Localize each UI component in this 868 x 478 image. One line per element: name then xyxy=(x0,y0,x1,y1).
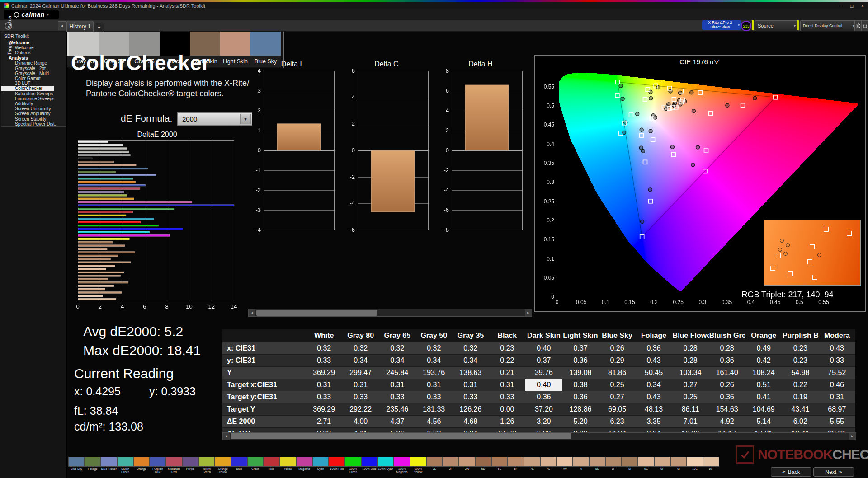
strip-patch-orange[interactable]: Orange xyxy=(133,457,150,473)
sidebar-item-color-gamut[interactable]: Color Gamut xyxy=(1,76,66,81)
next-button[interactable]: Next » xyxy=(813,467,854,477)
strip-patch-foliage[interactable]: Foliage xyxy=(85,457,101,473)
strip-patch-5d[interactable]: 5D xyxy=(475,457,491,473)
strip-patch-color xyxy=(345,457,361,467)
strip-patch-cyan[interactable]: Cyan xyxy=(312,457,329,473)
sidebar-item-additivity[interactable]: Additivity xyxy=(1,101,66,106)
sidebar-collapse-button[interactable]: ◄ xyxy=(58,21,66,30)
sidebar-item-grayscale-2pt[interactable]: Grayscale - 2pt xyxy=(1,66,66,71)
strip-patch-9f[interactable]: 9F xyxy=(654,457,670,473)
table-scroll-track[interactable] xyxy=(230,433,849,440)
strip-patch-green[interactable]: Green xyxy=(247,457,264,473)
strip-patch-orange-yellow[interactable]: Orange Yellow xyxy=(215,457,231,473)
strip-patch-5f[interactable]: 5F xyxy=(508,457,524,473)
sidebar-item-3d-lut[interactable]: 3D LUT xyxy=(1,81,66,86)
de-formula-dropdown[interactable]: 2000 ▼ xyxy=(177,112,252,126)
table-scrollbar[interactable]: ◄ ► xyxy=(222,432,856,440)
swatch-scroll-thumb[interactable] xyxy=(256,310,377,316)
strip-patch-100-red[interactable]: 100% Red xyxy=(329,457,345,473)
strip-patch-label: 100% Magenta xyxy=(394,467,410,473)
strip-patch-label: 8F xyxy=(605,467,622,470)
strip-patch-color xyxy=(410,457,426,467)
row-label: Target x:CIE31 xyxy=(222,379,306,391)
swatch-scroll-track[interactable] xyxy=(255,309,525,316)
sidebar-item-screen-uniformity[interactable]: Screen Uniformity xyxy=(1,106,66,111)
sidebar-item-luminance-sweeps[interactable]: Luminance Sweeps xyxy=(1,96,66,101)
sidebar-item-colorchecker[interactable]: ColorChecker xyxy=(1,86,54,91)
sidebar-item-screen-angularity[interactable]: Screen Angularity xyxy=(1,111,66,116)
tab-history-1[interactable]: History 1 xyxy=(66,21,94,32)
inset-measured-marker xyxy=(780,239,784,243)
table-cell: 4.56 xyxy=(415,416,452,428)
table-cell: 50.45 xyxy=(636,367,672,379)
strip-patch-7e[interactable]: 7E xyxy=(524,457,540,473)
sidebar-item-spectral-power-dist[interactable]: Spectral Power Dist. xyxy=(1,122,66,127)
strip-patch-yellow[interactable]: Yellow xyxy=(280,457,296,473)
strip-patch-10f[interactable]: 10F xyxy=(703,457,719,473)
display-control-dropdown[interactable]: Direct Display Control ▼ xyxy=(800,20,858,31)
close-button[interactable]: × xyxy=(857,3,868,9)
strip-patch-blue[interactable]: Blue xyxy=(231,457,247,473)
strip-patch-blue-sky[interactable]: Blue Sky xyxy=(68,457,85,473)
strip-patch-5e[interactable]: 5E xyxy=(491,457,508,473)
cdm2-readout: cd/m²: 133.08 xyxy=(74,420,143,433)
maximize-button[interactable]: □ xyxy=(846,3,857,9)
title-bar: Calman 2024 Calman Ultimate for Business… xyxy=(0,2,868,9)
strip-patch-2f[interactable]: 2F xyxy=(443,457,459,473)
strip-patch-color xyxy=(117,457,133,467)
settings-button[interactable] xyxy=(854,20,862,31)
swatch-scrollbar[interactable]: ◄ ► xyxy=(248,309,532,317)
table-scroll-right-icon[interactable]: ► xyxy=(849,433,856,440)
strip-patch-red[interactable]: Red xyxy=(264,457,280,473)
strip-patch-magenta[interactable]: Magenta xyxy=(296,457,312,473)
strip-patch-100-green[interactable]: 100% Green xyxy=(345,457,361,473)
strip-patch-color xyxy=(557,457,573,467)
table-cell: 69.05 xyxy=(599,403,636,416)
strip-patch-moderate-red[interactable]: Moderate Red xyxy=(166,457,182,473)
table-scroll-thumb[interactable] xyxy=(231,433,571,439)
scroll-left-icon[interactable]: ◄ xyxy=(249,309,255,316)
sidebar-item-screen-stability[interactable]: Screen Stability xyxy=(1,117,66,122)
strip-patch-100-blue[interactable]: 100% Blue xyxy=(361,457,377,473)
strip-patch-2w[interactable]: 2W xyxy=(459,457,475,473)
source-dropdown[interactable]: Source ▼ xyxy=(755,20,799,31)
power-button[interactable] xyxy=(861,20,868,31)
table-cell: 0.28 xyxy=(672,342,709,355)
strip-patch-7g[interactable]: 7G xyxy=(540,457,557,473)
row-label: ΔE 2000 xyxy=(222,416,306,428)
table-cell: 0.31 xyxy=(452,379,489,391)
strip-patch-color xyxy=(508,457,524,467)
strip-patch-7i[interactable]: 7I xyxy=(573,457,589,473)
strip-patch-100-cyan[interactable]: 100% Cyan xyxy=(377,457,394,473)
strip-patch-10e[interactable]: 10E xyxy=(687,457,703,473)
table-scroll-left-icon[interactable]: ◄ xyxy=(223,433,230,440)
strip-patch-9i[interactable]: 9I xyxy=(670,457,687,473)
strip-patch-yellow-green[interactable]: Yellow Green xyxy=(198,457,215,473)
strip-patch-8e[interactable]: 8E xyxy=(589,457,605,473)
strip-patch-2e[interactable]: 2E xyxy=(426,457,443,473)
scroll-right-icon[interactable]: ► xyxy=(525,309,532,316)
strip-patch-purplish-blue[interactable]: Purplish Blue xyxy=(150,457,166,473)
sidebar-section-analysis[interactable]: Analysis xyxy=(1,55,66,61)
row-label: Target y:CIE31 xyxy=(222,391,306,403)
strip-patch-blue-flower[interactable]: Blue Flower xyxy=(101,457,117,473)
back-button[interactable]: « Back xyxy=(771,467,811,477)
meter-selector-button[interactable]: X-Rite i1Pro 2 Direct View ▾ xyxy=(702,20,741,30)
strip-patch-100-magenta[interactable]: 100% Magenta xyxy=(394,457,410,473)
strip-patch-9e[interactable]: 9E xyxy=(638,457,654,473)
sidebar-item-grayscale-multi[interactable]: Grayscale - Multi xyxy=(1,71,66,76)
strip-patch-color xyxy=(85,457,101,467)
strip-patch-label: 7W xyxy=(557,467,573,470)
strip-patch-7w[interactable]: 7W xyxy=(557,457,573,473)
sidebar-item-saturation-sweeps[interactable]: Saturation Sweeps xyxy=(1,91,66,96)
highlighted-cell[interactable]: 0.40 xyxy=(525,379,562,391)
strip-patch-bluish-green[interactable]: Bluish Green xyxy=(117,457,133,473)
meter-count-badge[interactable]: 233 xyxy=(741,21,751,31)
add-tab-button[interactable]: + xyxy=(94,23,104,32)
strip-patch-8i[interactable]: 8I xyxy=(622,457,638,473)
strip-patch-100-yellow[interactable]: 100% Yellow xyxy=(410,457,426,473)
strip-patch-8f[interactable]: 8F xyxy=(605,457,622,473)
sidebar-item-dynamic-range[interactable]: Dynamic Range xyxy=(1,61,66,66)
strip-patch-purple[interactable]: Purple xyxy=(182,457,198,473)
minimize-button[interactable]: ─ xyxy=(835,3,846,9)
